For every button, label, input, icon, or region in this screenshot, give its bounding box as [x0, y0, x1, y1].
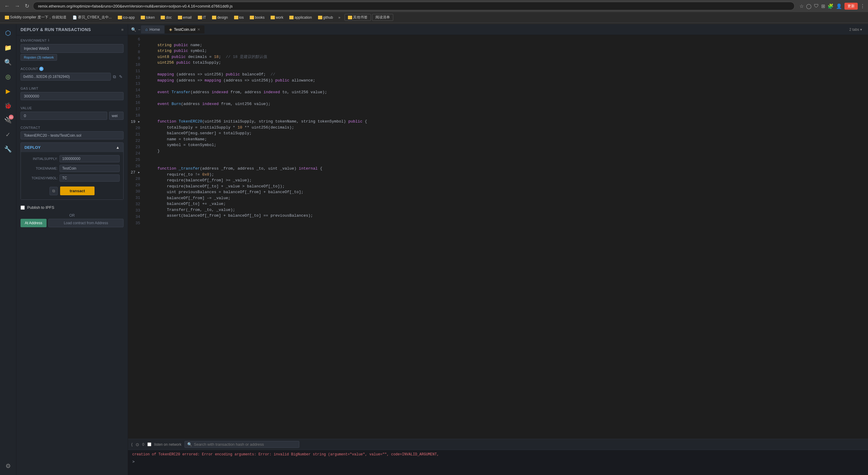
git-icon: ◎ [5, 73, 10, 80]
sidebar-item-plugin[interactable]: ⬡ [2, 27, 14, 39]
unit-select[interactable]: wei gwei ether [109, 112, 124, 120]
zoom-minus-icon[interactable]: − [138, 27, 141, 32]
star-icon[interactable]: ☆ [800, 3, 804, 9]
sidebar-item-debug[interactable]: 🐞 [2, 100, 14, 112]
bookmark-doc[interactable]: doc [158, 15, 174, 20]
line-num-31: 31 [128, 195, 143, 201]
gas-limit-input[interactable] [21, 92, 124, 100]
sidebar-item-settings[interactable]: ⚙ [2, 460, 14, 472]
tools-icon: 🔧 [4, 145, 12, 153]
forward-button[interactable]: → [13, 2, 21, 10]
update-button[interactable]: 更新 [844, 3, 858, 10]
terminal-error-msg: creation of TokenERC20 errored: Error en… [132, 452, 439, 456]
code-line-11: mapping (address => uint256) public bala… [148, 72, 275, 77]
line-num-12: 12 [128, 74, 143, 80]
code-line-30: require(balanceOf[_to] + _value > balanc… [148, 184, 284, 189]
bookmark-ios[interactable]: ios [231, 15, 246, 20]
param-input-tokenname[interactable] [60, 165, 120, 172]
param-tokensymbol: TOKENSYMBOL: [25, 174, 120, 182]
sidebar-item-git[interactable]: ◎ [2, 71, 14, 83]
bookmark-it[interactable]: IT [195, 15, 209, 20]
transact-button[interactable]: transact [60, 186, 95, 195]
sidebar-item-tools[interactable]: 🔧 [2, 143, 14, 155]
puzzle-icon[interactable]: ⊞ [821, 3, 825, 9]
refresh-button[interactable]: ↻ [24, 1, 31, 10]
terminal-history-button[interactable]: ⊙ [135, 442, 139, 447]
line-num-29: 29 [128, 182, 143, 188]
accordion-header[interactable]: DEPLOY ▲ [21, 143, 123, 152]
bookmark-books[interactable]: books [247, 15, 267, 20]
bookmark-more[interactable]: » [336, 15, 342, 20]
menu-icon[interactable]: ⋮ [860, 3, 865, 9]
at-address-button[interactable]: At Address [21, 219, 46, 227]
bookmark-email[interactable]: email [176, 15, 194, 20]
param-input-initialsupply[interactable] [60, 155, 120, 162]
bookmark-design[interactable]: design [210, 15, 230, 20]
bookmark-cybex[interactable]: 📄 赛贝_CYBEX_去中... [70, 14, 114, 21]
copy-transact-button[interactable]: ⧉ [50, 187, 58, 195]
bookmark-work[interactable]: work [268, 15, 286, 20]
sidebar-item-files[interactable]: 📁 [2, 42, 14, 54]
bookmark-github[interactable]: github [316, 15, 336, 20]
terminal-search-box[interactable]: 🔍 [185, 441, 299, 448]
sidebar-item-deploy[interactable]: ▶ [2, 85, 14, 97]
value-input[interactable] [21, 112, 107, 120]
bookmark-reading-list[interactable]: 阅读清单 [372, 14, 393, 21]
home-icon: ⌂ [145, 27, 148, 32]
line-num-22: 22 [128, 138, 143, 144]
bookmark-solidity[interactable]: Solidity compiler 度一下，你就知道 [2, 14, 69, 21]
code-content[interactable]: string public name; string public symbol… [143, 35, 868, 439]
code-line-27: function _transfer(address _from, addres… [148, 166, 322, 171]
at-address-row: At Address Load contract from Address [16, 219, 128, 232]
bookmark-application[interactable]: application [287, 15, 314, 20]
deploy-accordion: DEPLOY ▲ INITIALSUPPLY: TOKENNAME: TOKEN… [21, 142, 124, 200]
browser-toolbar: ← → ↻ remix.ethereum.org/#optimize=false… [0, 0, 868, 12]
param-input-tokensymbol[interactable] [60, 174, 120, 182]
load-contract-button[interactable]: Load contract from Address [48, 219, 124, 227]
address-bar[interactable]: remix.ethereum.org/#optimize=false&runs=… [33, 2, 795, 10]
tab-close-icon[interactable]: ✕ [197, 28, 200, 32]
back-button[interactable]: ← [3, 2, 11, 10]
code-line-19: function TokenERC20(uint256 initialSuppl… [148, 119, 367, 124]
search-box-icon: 🔍 [187, 442, 192, 447]
folder-icon [141, 16, 145, 19]
search-tabs-icon[interactable]: 🔍 [131, 27, 136, 32]
copy-account-button[interactable]: ⧉ [112, 73, 117, 80]
sidebar-item-test[interactable]: ✓ [2, 129, 14, 141]
value-label: VALUE [21, 106, 124, 110]
panel-menu-icon[interactable]: ≡ [121, 28, 124, 32]
terminal-search-input[interactable] [194, 442, 284, 447]
bookmark-label: email [183, 15, 192, 20]
user-icon[interactable]: ◯ [806, 3, 811, 9]
publish-ipfs-checkbox[interactable] [21, 205, 25, 210]
account-label: ACCOUNT + [21, 67, 124, 71]
shield-icon[interactable]: 🛡 [814, 3, 819, 9]
line-num-23: 23 [128, 144, 143, 150]
sidebar-item-plugins[interactable]: 🔌 11 [2, 114, 14, 126]
tab-testcoin[interactable]: ◈ TestCoin.sol ✕ [165, 25, 205, 34]
bookmark-ico[interactable]: ico-app [115, 15, 137, 20]
terminal-prompt: > [128, 459, 868, 465]
listen-label: listen on network [154, 442, 182, 447]
terminal-collapse-button[interactable]: ⟨ [131, 442, 132, 447]
folder-icon [212, 16, 216, 19]
contract-select[interactable]: TokenERC20 - tests/TestCoin.sol [21, 131, 124, 139]
tab-count[interactable]: 2 tabs ▾ [846, 26, 865, 33]
settings-icon: ⚙ [5, 462, 11, 470]
account-select[interactable]: 0x650...92ED6 (0.18782940) [21, 73, 111, 80]
bookmark-other-books[interactable]: 其他书签 [345, 14, 371, 21]
tab-home[interactable]: ⌂ Home [141, 25, 164, 34]
extensions-icon[interactable]: 🧩 [828, 3, 834, 9]
sidebar-item-search[interactable]: 🔍 [2, 56, 14, 68]
account-info-icon[interactable]: + [39, 67, 43, 71]
edit-account-button[interactable]: ✎ [118, 73, 124, 80]
terminal-area: ⟨ ⊙ 0 listen on network 🔍 creation of To… [128, 439, 868, 475]
line-num-18: 18 [128, 112, 143, 118]
bookmark-token[interactable]: token [138, 15, 157, 20]
environment-select[interactable]: Injected Web3 [21, 44, 124, 53]
listen-network-checkbox[interactable] [147, 442, 151, 446]
search-icon: 🔍 [4, 59, 12, 66]
publish-ipfs-label: Publish to IPFS [27, 205, 54, 210]
profile-icon[interactable]: 👤 [836, 3, 842, 9]
info-icon[interactable]: ℹ [48, 38, 50, 42]
